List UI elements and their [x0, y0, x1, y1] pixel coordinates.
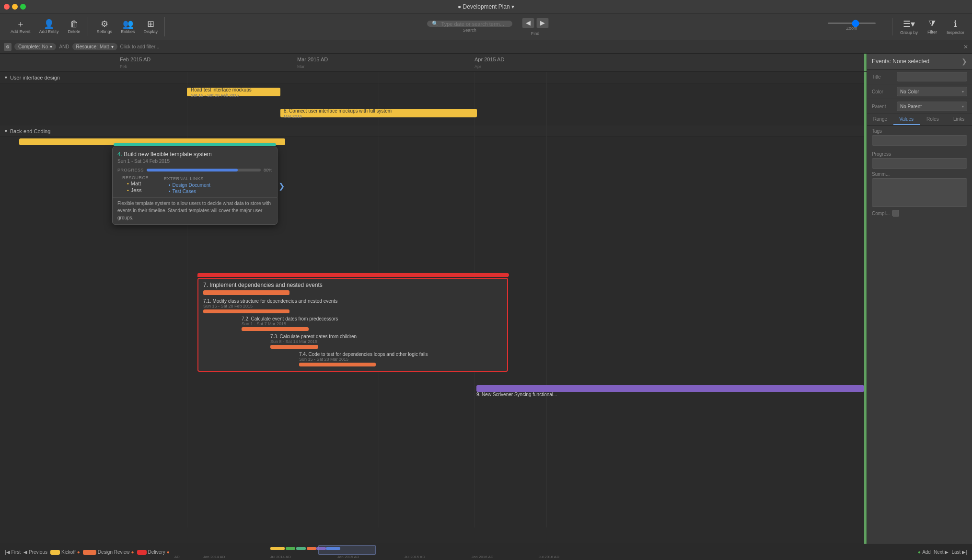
- tags-label: Tags: [867, 126, 972, 135]
- settings-group: ⚙ Settings 👥 Entities ⊞ Display: [90, 17, 165, 36]
- tab-roles[interactable]: Roles: [920, 114, 946, 125]
- event7-4-bar: [299, 363, 376, 366]
- complete-checkbox[interactable]: [892, 210, 899, 217]
- add-button[interactable]: ● Add: [918, 549, 931, 555]
- search-bar[interactable]: 🔍: [427, 21, 512, 27]
- search-input[interactable]: [441, 21, 508, 27]
- mini-jul16: Jul 2016 AD: [539, 555, 559, 559]
- tab-range[interactable]: Range: [867, 114, 893, 125]
- complete-row: Compl...: [867, 207, 972, 219]
- minimap: AD Jan 2014 AD Jul 2014 AD Jan 2015 AD J…: [174, 544, 913, 560]
- tab-values[interactable]: Values: [893, 114, 920, 125]
- progress-fill: [147, 169, 238, 171]
- event9-bar[interactable]: [476, 385, 864, 392]
- group-by-icon[interactable]: ☰▾: [903, 19, 915, 29]
- display-button[interactable]: ⊞ Display: [140, 18, 162, 36]
- filter-icon[interactable]: ⧩: [928, 19, 936, 29]
- display-icon: ⊞: [147, 20, 154, 28]
- add-event-button[interactable]: ＋ Add Event: [7, 18, 35, 36]
- complete-chevron: ▾: [50, 44, 52, 49]
- last-button[interactable]: Last ▶|: [951, 549, 967, 555]
- close-button[interactable]: [4, 4, 10, 10]
- event7-4-title: 7.4. Code to test for dependencies loops…: [299, 352, 502, 357]
- parent-select[interactable]: No Parent ▾: [897, 102, 967, 111]
- resource-matt: Matt: [117, 180, 153, 187]
- event7-1-bar: [203, 309, 289, 313]
- design-review-dot: ●: [131, 549, 134, 555]
- inspector-expand-button[interactable]: ❯: [961, 57, 967, 65]
- inspector-header: Events: None selected ❯: [867, 54, 972, 69]
- color-select[interactable]: No Color ▾: [897, 87, 967, 96]
- settings-button[interactable]: ⚙ Settings: [93, 18, 116, 36]
- event7-3: 7.3. Calculate parent dates from childre…: [203, 332, 502, 350]
- mini-jan14: Jan 2014 AD: [203, 555, 225, 559]
- traffic-lights: [4, 4, 26, 10]
- minimize-button[interactable]: [12, 4, 18, 10]
- previous-button[interactable]: ◀ Previous: [23, 549, 47, 555]
- month-mar-sub: Mar: [297, 64, 305, 69]
- link-test-cases[interactable]: Test Cases: [159, 188, 220, 194]
- event7-red-bar: [197, 273, 508, 277]
- event7-1-title: 7.1. Modify class structure for dependen…: [203, 298, 502, 304]
- section-ui-design[interactable]: ▼ User interface design: [0, 72, 867, 83]
- inspector-icon[interactable]: ℹ: [954, 19, 957, 29]
- mini-bar-4: [307, 547, 316, 550]
- event7-3-title: 7.3. Calculate parent dates from childre…: [270, 334, 502, 339]
- summary-input[interactable]: [872, 178, 967, 207]
- event5-label: Road test interface mockups: [191, 87, 252, 92]
- zoom-group: [823, 23, 880, 24]
- design-review-nav[interactable]: Design Review ●: [83, 549, 134, 555]
- event7-2-title: 7.2. Calculate event dates from predeces…: [242, 316, 502, 321]
- first-button[interactable]: |◀ First: [5, 549, 21, 555]
- popup-links-col: EXTERNAL LINKS Design Document Test Case…: [159, 174, 220, 194]
- popup-header: 4. Build new flexible template system Su…: [113, 147, 277, 166]
- clear-filter-button[interactable]: ✕: [963, 44, 968, 50]
- tags-input[interactable]: [872, 135, 967, 146]
- entities-button[interactable]: 👥 Entities: [117, 18, 139, 36]
- event7-4: 7.4. Code to test for dependencies loops…: [203, 350, 502, 368]
- popup-date: Sun 1 - Sat 14 Feb 2015: [117, 159, 272, 164]
- event4-popup[interactable]: 4. Build new flexible template system Su…: [112, 147, 278, 225]
- progress-pct: 80%: [264, 168, 272, 172]
- event7-dot: [505, 273, 509, 277]
- resource-label: Resource:: [76, 44, 98, 49]
- delivery-nav[interactable]: Delivery ●: [137, 549, 170, 555]
- delete-icon: 🗑: [70, 20, 79, 28]
- delete-button[interactable]: 🗑 Delete: [64, 18, 85, 36]
- tab-links[interactable]: Links: [946, 114, 972, 125]
- next-button[interactable]: Next ▶: [934, 549, 949, 555]
- next-icon: ▶: [945, 549, 949, 555]
- maximize-button[interactable]: [20, 4, 26, 10]
- section-backend[interactable]: ▼ Back-end Coding: [0, 126, 867, 137]
- zoom-slider[interactable]: [828, 23, 876, 24]
- add-event-icon: ＋: [16, 20, 25, 28]
- resource-value: Matt: [100, 44, 109, 49]
- mini-viewport[interactable]: [318, 545, 376, 555]
- event8-label: 8. Connect user interface mockups with f…: [284, 108, 392, 114]
- complete-filter[interactable]: Complete: No ▾: [14, 43, 56, 50]
- event7-2-bar: [242, 327, 309, 331]
- add-entity-button[interactable]: 👤 Add Entity: [35, 18, 63, 36]
- title-field: Title: [867, 69, 972, 84]
- event4-teal-bar: [114, 143, 276, 146]
- event7-box[interactable]: 7. Implement dependencies and nested eve…: [197, 278, 508, 372]
- search-icon: 🔍: [432, 21, 439, 27]
- kickoff-nav[interactable]: Kickoff ●: [50, 549, 80, 555]
- find-next-button[interactable]: ▶: [536, 18, 549, 28]
- event7-title: 7. Implement dependencies and nested eve…: [203, 282, 502, 288]
- resource-label: RESOURCE: [117, 175, 153, 180]
- zoom-label: Zoom: [846, 26, 857, 31]
- progress-label: PROGRESS: [117, 168, 144, 172]
- color-value: No Color: [900, 89, 919, 94]
- mini-jan15: Jan 2015 AD: [337, 555, 359, 559]
- popup-resources: RESOURCE Matt Jess: [117, 174, 153, 194]
- progress-input[interactable]: [872, 158, 967, 169]
- timeline: Feb 2015 AD Feb Mar 2015 AD Mar Apr 2015…: [0, 54, 867, 544]
- popup-chevron: ❯: [278, 181, 285, 190]
- title-input[interactable]: [897, 72, 967, 81]
- link-design-doc[interactable]: Design Document: [159, 182, 220, 188]
- find-prev-button[interactable]: ◀: [522, 18, 534, 28]
- resource-filter[interactable]: Resource: Matt ▾: [72, 43, 117, 50]
- mini-bar-3: [296, 547, 306, 550]
- add-filter[interactable]: Click to add filter...: [120, 44, 960, 49]
